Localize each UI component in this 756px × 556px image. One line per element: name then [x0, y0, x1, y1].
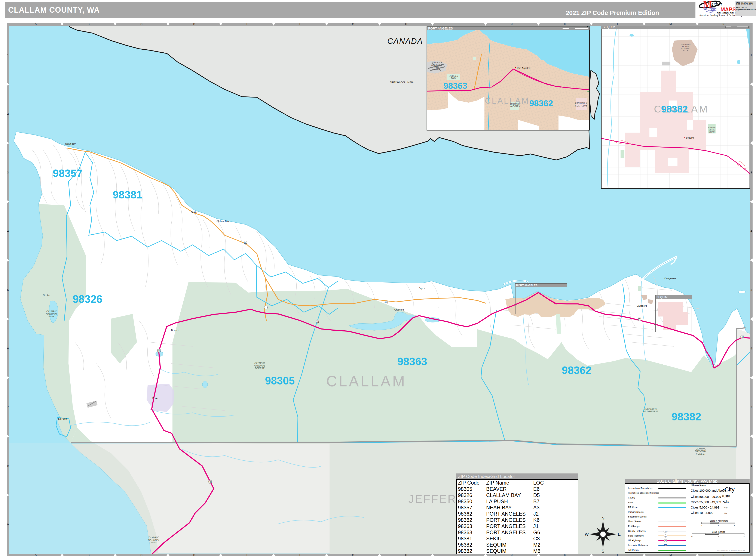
svg-text:NATIONAL: NATIONAL [254, 364, 265, 367]
svg-text:PARK: PARK [451, 77, 457, 79]
svg-text:M: M [669, 23, 672, 26]
svg-text:5: 5 [750, 288, 752, 291]
svg-text:CLALLAM: CLALLAM [326, 373, 406, 390]
svg-text:123: 123 [664, 545, 666, 546]
svg-text:0: 0 [701, 525, 702, 527]
svg-text:BRITISH COLUMBIA: BRITISH COLUMBIA [390, 81, 414, 83]
svg-text:Crescent: Crescent [394, 308, 404, 311]
svg-text:6: 6 [744, 536, 745, 538]
svg-text:8: 8 [750, 464, 752, 467]
svg-text:Clallam Bay: Clallam Bay [217, 220, 229, 222]
svg-text:G: G [352, 553, 354, 556]
svg-text:0: 0 [691, 536, 692, 538]
svg-text:Neah Bay: Neah Bay [65, 142, 76, 145]
svg-text:1: 1 [7, 54, 8, 57]
svg-text:Beaver: Beaver [171, 329, 179, 332]
svg-text:112: 112 [385, 301, 388, 304]
svg-text:W: W [585, 532, 589, 536]
svg-text:OLYMPIC: OLYMPIC [149, 536, 159, 539]
svg-text:FAIRCHILD: FAIRCHILD [431, 64, 442, 66]
svg-text:G: G [352, 23, 354, 26]
svg-text:OLYMPIC: OLYMPIC [510, 103, 520, 105]
svg-text:B: B [88, 553, 90, 556]
svg-text:F: F [299, 23, 301, 26]
svg-text:98382: 98382 [661, 104, 688, 115]
svg-text:Forks: Forks [152, 397, 158, 399]
svg-text:BUCKHORN: BUCKHORN [644, 408, 657, 410]
svg-text:98381: 98381 [112, 189, 142, 201]
svg-text:112: 112 [244, 242, 247, 244]
svg-text:Joyce: Joyce [419, 287, 425, 289]
svg-text:L: L [617, 23, 618, 26]
svg-text:98363: 98363 [443, 81, 467, 91]
svg-text:2: 2 [750, 112, 752, 115]
svg-text:J: J [511, 23, 513, 26]
svg-text:101: 101 [157, 350, 161, 352]
svg-text:C: C [140, 23, 142, 26]
svg-text:N: N [601, 516, 604, 521]
svg-text:D: D [193, 553, 195, 556]
svg-text:Carlsborg: Carlsborg [636, 305, 647, 307]
svg-text:OLYMPIC: OLYMPIC [46, 310, 57, 313]
svg-text:3: 3 [718, 536, 719, 538]
svg-text:S: S [601, 549, 604, 553]
svg-text:CLALLAM: CLALLAM [485, 97, 529, 105]
svg-text:F: F [299, 553, 301, 556]
svg-text:Sequim: Sequim [686, 136, 694, 139]
svg-text:INT'L: INT'L [434, 66, 439, 68]
svg-text:Sekiu: Sekiu [191, 211, 197, 213]
svg-text:K: K [564, 23, 566, 26]
svg-text:SUNLAND: SUNLAND [681, 43, 691, 45]
svg-text:E: E [618, 532, 621, 536]
svg-text:PARK: PARK [48, 315, 55, 318]
svg-text:3: 3 [718, 525, 719, 527]
svg-text:OLYMPIC: OLYMPIC [696, 447, 706, 450]
svg-text:CARRIE: CARRIE [708, 127, 716, 129]
svg-text:123: 123 [664, 535, 667, 537]
svg-text:BLAKE: BLAKE [709, 129, 715, 131]
svg-text:NATIONAL: NATIONAL [46, 313, 57, 315]
svg-text:B: B [88, 23, 90, 26]
svg-text:98326: 98326 [72, 293, 102, 305]
svg-text:3: 3 [7, 171, 8, 174]
svg-text:123: 123 [664, 531, 667, 532]
svg-text:2: 2 [7, 112, 8, 115]
svg-text:6: 6 [7, 347, 8, 350]
svg-text:Port Angeles: Port Angeles [517, 67, 530, 69]
svg-text:A: A [35, 23, 37, 26]
svg-text:COUNTRY: COUNTRY [681, 47, 691, 49]
svg-text:AIRPORT: AIRPORT [432, 68, 442, 71]
svg-text:98363: 98363 [397, 356, 427, 368]
svg-text:PORT ANGELES: PORT ANGELES [428, 27, 453, 30]
svg-text:NAT PARK: NAT PARK [510, 105, 520, 108]
svg-text:98357: 98357 [53, 168, 83, 179]
svg-text:101: 101 [638, 318, 642, 320]
svg-text:7: 7 [7, 406, 8, 409]
svg-text:PARK: PARK [151, 541, 157, 544]
svg-text:M: M [669, 553, 672, 556]
svg-text:PENINSULA: PENINSULA [575, 102, 587, 105]
svg-text:98305: 98305 [265, 375, 295, 387]
svg-text:I: I [459, 23, 459, 26]
svg-text:GOLF &: GOLF & [682, 45, 689, 47]
svg-text:E: E [246, 23, 249, 26]
svg-text:8: 8 [7, 464, 8, 467]
svg-text:NATIONAL: NATIONAL [695, 450, 706, 452]
svg-text:98362: 98362 [529, 99, 553, 108]
svg-text:FOREST: FOREST [255, 367, 265, 370]
svg-text:98382: 98382 [671, 411, 701, 423]
svg-text:Scale in Miles: Scale in Miles [712, 531, 725, 533]
svg-text:3: 3 [750, 171, 752, 174]
svg-text:113: 113 [264, 307, 268, 309]
svg-text:WILDERNESS: WILDERNESS [643, 410, 658, 413]
svg-text:OLYMPIC: OLYMPIC [255, 362, 265, 364]
svg-text:1: 1 [750, 54, 752, 57]
svg-text:101: 101 [208, 481, 212, 483]
svg-text:PARK: PARK [709, 131, 715, 133]
svg-text:A: A [35, 553, 37, 556]
svg-text:D: D [193, 23, 195, 26]
svg-text:H: H [405, 23, 407, 26]
svg-text:WILLIAM R: WILLIAM R [431, 61, 442, 64]
svg-text:N: N [722, 553, 724, 556]
svg-text:7: 7 [750, 406, 752, 409]
